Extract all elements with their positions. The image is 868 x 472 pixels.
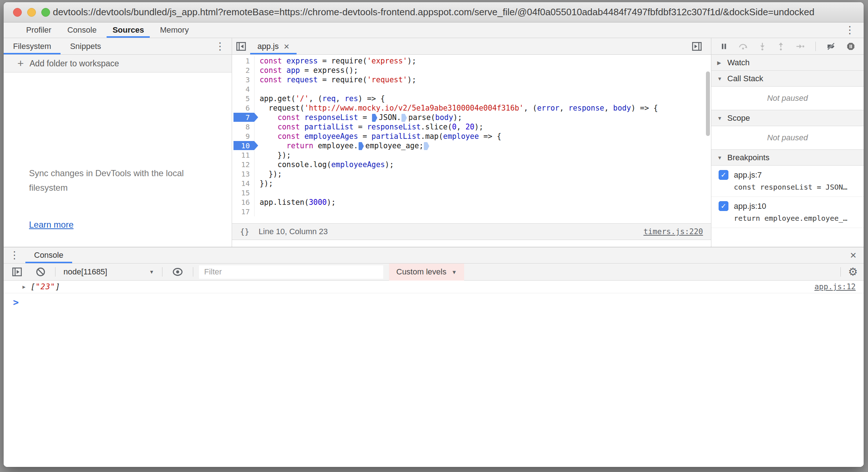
code-text: const app = express(); [255, 66, 358, 75]
minimize-window-button[interactable] [27, 8, 36, 17]
tab-console[interactable]: Console [59, 22, 105, 38]
toolbar-divider [815, 42, 816, 51]
breakpoint-line-number[interactable]: 7 [232, 113, 255, 122]
tab-filesystem[interactable]: Filesystem [4, 38, 61, 54]
tab-profiler[interactable]: Profiler [18, 22, 59, 38]
console-message[interactable]: ▶ ["23"] app.js:12 [4, 281, 864, 293]
expand-triangle-icon[interactable]: ▶ [22, 284, 25, 290]
line-number[interactable]: 2 [232, 66, 255, 75]
code-line: 15 [232, 188, 711, 198]
line-number[interactable]: 11 [232, 150, 255, 160]
section-breakpoints[interactable]: ▼ Breakpoints [711, 150, 864, 166]
code-line: 8 const partialList = responseList.slice… [232, 122, 711, 132]
inline-breakpoint-marker-icon[interactable] [401, 114, 407, 122]
close-window-button[interactable] [13, 8, 22, 17]
drawer-tab-console[interactable]: Console [25, 247, 72, 263]
check-icon: ✓ [721, 171, 727, 179]
live-expression-button[interactable] [168, 267, 187, 277]
code-line: 5app.get('/', (req, res) => { [232, 94, 711, 103]
console-empty-area[interactable] [4, 308, 864, 467]
editor-scrollbar[interactable] [706, 71, 710, 136]
pretty-print-icon[interactable]: {} [240, 227, 249, 236]
show-console-sidebar-button[interactable] [8, 266, 26, 277]
code-text: const employeeAges = partialList.map(emp… [255, 132, 501, 141]
add-folder-button[interactable]: + Add folder to workspace [4, 55, 232, 73]
breakpoint-checkbox[interactable]: ✓ [719, 170, 728, 180]
line-number[interactable]: 16 [232, 198, 255, 207]
close-drawer-icon[interactable]: × [843, 247, 864, 263]
timers-js-link[interactable]: timers.js:220 [644, 227, 703, 236]
tab-memory[interactable]: Memory [152, 22, 197, 38]
show-debugger-button[interactable] [688, 41, 706, 52]
step-over-icon[interactable] [739, 42, 748, 51]
code-editor[interactable]: 1const express = require('express');2con… [232, 55, 711, 223]
line-number[interactable]: 4 [232, 84, 255, 94]
code-text [255, 207, 260, 216]
code-text: return employee.employee_age; [255, 141, 431, 150]
console-prompt-row[interactable]: > [4, 293, 864, 308]
code-lines: 1const express = require('express');2con… [232, 56, 711, 216]
code-line: 17 [232, 207, 711, 216]
hide-navigator-button[interactable] [232, 41, 250, 52]
code-text: console.log(employeeAges); [255, 160, 394, 169]
inline-breakpoint-marker-icon[interactable] [372, 114, 377, 122]
plus-icon: + [17, 57, 24, 70]
editor-fill [232, 240, 711, 247]
console-settings-gear-icon[interactable]: ⚙ [847, 266, 864, 277]
section-scope[interactable]: ▼ Scope [711, 110, 864, 126]
inline-breakpoint-marker-icon[interactable] [359, 142, 364, 150]
close-tab-icon[interactable]: × [284, 42, 289, 51]
breakpoint-checkbox[interactable]: ✓ [719, 201, 728, 211]
section-watch[interactable]: ▶ Watch [711, 55, 864, 71]
inline-breakpoint-marker-icon[interactable] [424, 142, 429, 150]
deactivate-breakpoints-icon[interactable] [827, 41, 836, 51]
editor-tab-appjs[interactable]: app.js × [250, 38, 297, 54]
line-number[interactable]: 15 [232, 188, 255, 198]
navigator-kebab-icon[interactable]: ⋮ [211, 38, 229, 54]
main-menu-kebab-icon[interactable]: ⋮ [841, 22, 859, 38]
line-number[interactable]: 1 [232, 56, 255, 66]
toolbar-divider [162, 267, 162, 277]
traffic-lights [13, 8, 50, 17]
line-number[interactable]: 3 [232, 75, 255, 84]
tab-sources[interactable]: Sources [104, 22, 152, 38]
console-source-link[interactable]: app.js:12 [814, 282, 856, 291]
line-number[interactable]: 5 [232, 94, 255, 103]
breakpoint-entry[interactable]: ✓ app.js:7 const responseList = JSON… [711, 166, 864, 197]
learn-more-link[interactable]: Learn more [29, 220, 74, 230]
console-filter-input[interactable] [199, 265, 383, 279]
step-into-icon[interactable] [759, 41, 766, 51]
code-line: 6 request('http://www.mocky.io/v2/5e1a9a… [232, 103, 711, 113]
log-levels-dropdown[interactable]: Custom levels ▼ [389, 264, 464, 281]
breakpoint-line-number[interactable]: 10 [232, 141, 255, 150]
line-number[interactable]: 17 [232, 207, 255, 216]
code-text [255, 84, 260, 94]
toolbar-divider [840, 267, 841, 277]
pause-on-exceptions-icon[interactable] [847, 41, 855, 51]
navigator-sidebar: Filesystem Snippets ⋮ + Add folder to wo… [4, 38, 232, 247]
code-line: 7 const responseList = JSON.parse(body); [232, 113, 711, 122]
pause-script-icon[interactable] [720, 42, 728, 51]
code-line: 9 const employeeAges = partialList.map(e… [232, 132, 711, 141]
line-number[interactable]: 8 [232, 122, 255, 132]
code-text: const partialList = responseList.slice(0… [255, 122, 483, 132]
step-out-icon[interactable] [777, 41, 785, 51]
line-number[interactable]: 13 [232, 169, 255, 179]
sync-description: Sync changes in DevTools with the local … [29, 166, 190, 195]
zoom-window-button[interactable] [41, 8, 50, 17]
console-drawer: ⋮ Console × node[11685] ▼ [4, 247, 864, 467]
code-line: 16app.listen(3000); [232, 198, 711, 207]
line-number[interactable]: 14 [232, 179, 255, 188]
section-call-stack[interactable]: ▼ Call Stack [711, 71, 864, 87]
chevron-down-icon: ▼ [451, 269, 457, 275]
line-number[interactable]: 9 [232, 132, 255, 141]
watch-label: Watch [727, 58, 750, 67]
line-number[interactable]: 6 [232, 103, 255, 113]
line-number[interactable]: 12 [232, 160, 255, 169]
step-icon[interactable] [796, 42, 805, 51]
tab-snippets[interactable]: Snippets [61, 38, 111, 54]
breakpoint-entry[interactable]: ✓ app.js:10 return employee.employee_… [711, 197, 864, 228]
drawer-kebab-icon[interactable]: ⋮ [4, 247, 25, 263]
execution-context-select[interactable]: node[11685] ▼ [61, 267, 156, 277]
clear-console-button[interactable] [32, 267, 49, 277]
